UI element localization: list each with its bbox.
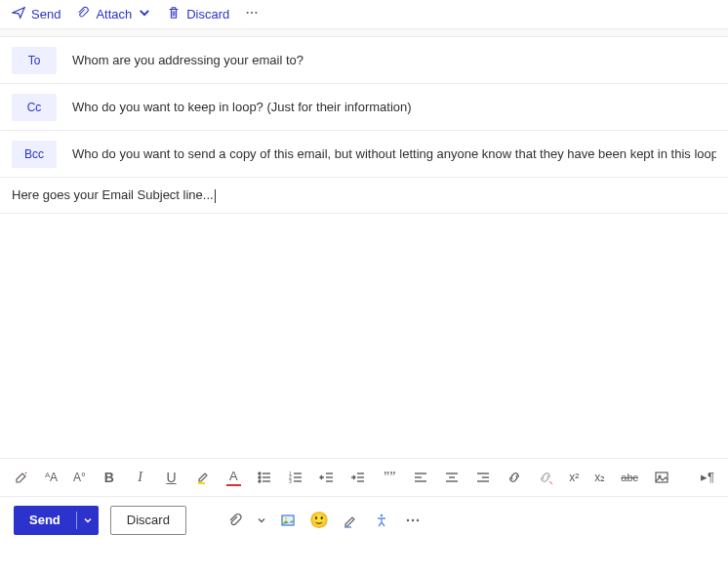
svg-point-40 [417, 518, 419, 520]
signature-icon[interactable] [341, 511, 360, 530]
attach-dropdown-icon[interactable] [257, 511, 266, 530]
attach-link-label: Attach [96, 7, 132, 21]
to-row: To [0, 37, 728, 84]
emoji-icon[interactable]: 🙂 [309, 511, 329, 530]
discard-button[interactable]: Discard [110, 506, 186, 535]
subject-input[interactable]: Here goes your Email Subject line... [12, 187, 214, 202]
outdent-icon[interactable] [319, 469, 335, 486]
svg-point-35 [285, 516, 287, 518]
svg-point-1 [251, 12, 253, 14]
more-actions-icon[interactable] [403, 511, 423, 530]
font-color-icon[interactable]: A [226, 469, 242, 486]
cc-row: Cc [0, 84, 728, 131]
numbering-icon[interactable]: 123 [288, 469, 303, 486]
bold-icon[interactable]: B [101, 469, 117, 486]
attach-inline-icon[interactable] [225, 511, 245, 530]
insert-picture-icon[interactable] [654, 469, 669, 486]
chevron-down-icon [138, 6, 151, 22]
compose-top-toolbar: Send Attach Discard [0, 0, 728, 29]
send-button-label: Send [14, 506, 76, 535]
svg-point-37 [381, 514, 384, 516]
underline-icon[interactable]: U [164, 469, 180, 486]
format-painter-icon[interactable] [14, 469, 29, 486]
bullets-icon[interactable] [257, 469, 272, 486]
text-cursor [215, 189, 216, 203]
svg-line-31 [549, 481, 552, 484]
ellipsis-icon [245, 6, 259, 22]
send-link-label: Send [31, 7, 61, 21]
svg-point-2 [256, 12, 258, 14]
subject-row: Here goes your Email Subject line... [0, 178, 728, 214]
subscript-icon[interactable]: x₂ [594, 469, 605, 486]
italic-icon[interactable]: I [133, 469, 148, 486]
to-button[interactable]: To [12, 47, 57, 74]
align-center-icon[interactable] [444, 469, 460, 486]
svg-text:3: 3 [289, 478, 292, 484]
trash-icon [167, 6, 181, 22]
insert-image-icon[interactable] [278, 511, 298, 530]
strikethrough-icon[interactable]: abc [621, 469, 638, 486]
bcc-input[interactable] [72, 146, 716, 161]
cc-input[interactable] [72, 100, 716, 114]
compose-action-bar: Send Discard 🙂 [0, 497, 728, 544]
align-right-icon[interactable] [475, 469, 491, 486]
to-input[interactable] [72, 53, 716, 67]
spacer [0, 29, 728, 37]
link-icon[interactable] [506, 469, 522, 486]
accessibility-icon[interactable] [372, 511, 391, 530]
superscript-icon[interactable]: x² [569, 469, 579, 486]
svg-point-4 [259, 473, 261, 474]
align-left-icon[interactable] [413, 469, 428, 486]
svg-point-8 [259, 480, 261, 482]
font-case-icon[interactable]: ᴬA [45, 469, 58, 486]
discard-link-label: Discard [186, 7, 229, 21]
bcc-button[interactable]: Bcc [12, 141, 57, 168]
indent-icon[interactable] [350, 469, 366, 486]
bcc-row: Bcc [0, 131, 728, 178]
paperclip-icon [76, 6, 90, 22]
send-link[interactable]: Send [12, 6, 61, 22]
attach-link[interactable]: Attach [76, 6, 151, 22]
discard-link[interactable]: Discard [167, 6, 229, 22]
svg-point-38 [407, 518, 409, 520]
svg-point-39 [412, 518, 414, 520]
send-icon [12, 6, 25, 22]
svg-point-6 [259, 476, 261, 478]
body-editor[interactable] [0, 214, 728, 458]
send-options-chevron[interactable] [77, 506, 99, 535]
paragraph-marks-icon[interactable]: ▸¶ [701, 469, 714, 486]
cc-button[interactable]: Cc [12, 94, 57, 121]
quote-icon[interactable]: ”” [382, 469, 397, 486]
format-toolbar: ᴬA A° B I U A 123 ”” x² x₂ abc ▸¶ [0, 458, 728, 497]
highlight-icon[interactable] [195, 469, 211, 486]
send-button[interactable]: Send [14, 506, 99, 535]
svg-point-0 [247, 12, 249, 14]
unlink-icon[interactable] [538, 469, 553, 486]
font-size-icon[interactable]: A° [73, 469, 86, 486]
more-link[interactable] [245, 6, 259, 22]
